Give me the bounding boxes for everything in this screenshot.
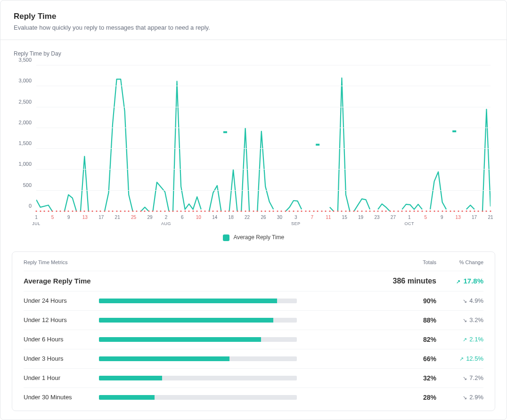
x-tick: 18 [229,214,234,220]
y-tick: 1,000 [18,161,32,167]
x-tick: 13 [82,214,88,220]
metric-total: 386 minutes [389,277,436,285]
x-tick: 22 [245,214,250,220]
x-tick: 23 [374,214,379,220]
x-tick: 30 [277,214,282,220]
x-tick: 15 [342,214,347,220]
y-tick: 2,000 [18,120,32,125]
metric-bar [99,299,389,303]
x-tick: 29 [147,214,152,220]
metric-change: ↘ 3.2% [436,316,483,323]
x-tick: 11 [326,214,331,220]
y-tick: 1,500 [18,140,32,146]
card-title: Reply Time [14,12,493,21]
x-tick: 1OCT [405,214,415,227]
x-tick: 9 [441,214,443,220]
metric-change: ↘ 4.9% [436,297,483,304]
chart-title: Reply Time by Day [14,50,493,57]
metric-label: Under 3 Hours [24,355,99,362]
x-tick: 19 [358,214,363,220]
metric-label: Under 24 Hours [24,297,99,304]
metric-row-hero: Average Reply Time 386 minutes ↗ 17.8% [24,271,483,291]
metric-row: Under 12 Hours88%↘ 3.2% [24,310,483,330]
metric-row: Under 30 Minutes28%↘ 2.9% [24,388,483,407]
y-tick: 3,000 [18,78,32,83]
x-tick: 27 [391,214,396,220]
x-tick: 6 [181,214,184,220]
metric-change: ↗ 17.8% [436,277,483,285]
metric-label: Under 1 Hour [24,374,99,381]
metric-label: Under 12 Hours [24,316,99,323]
metric-total: 28% [389,394,436,401]
metric-total: 32% [389,374,436,382]
x-tick: 14 [212,214,217,220]
chart-plot[interactable] [36,65,491,211]
col-metrics: Reply Time Metrics [24,259,99,265]
legend-label: Average Reply Time [233,234,284,241]
metric-row: Under 24 Hours90%↘ 4.9% [24,291,483,310]
col-totals: Totals [389,259,436,265]
x-tick: 2AUG [161,214,171,227]
metric-bar [99,356,389,361]
svg-rect-0 [223,131,227,133]
x-axis: 1JUL5913172125292AUG61014182226303SEP711… [36,212,491,230]
chart-legend: Average Reply Time [14,234,493,241]
metric-bar [99,337,389,342]
x-tick: 17 [98,214,104,220]
legend-swatch [223,234,229,241]
metric-change: ↘ 2.9% [436,394,483,401]
x-tick: 5 [425,214,427,220]
metric-bar [99,395,389,400]
chart-svg [36,65,491,211]
chart-section: Reply Time by Day 05001,0001,5002,0002,5… [0,40,507,247]
x-tick: 3SEP [291,214,301,227]
card-subtitle: Evaluate how quickly you reply to messag… [14,24,493,31]
reply-time-card: Reply Time Evaluate how quickly you repl… [0,0,507,420]
y-tick: 3,500 [18,57,32,63]
metric-change: ↘ 7.2% [436,374,483,381]
metric-total: 90% [389,297,436,305]
x-tick: 1JUL [32,214,41,227]
metric-total: 66% [389,355,436,363]
metric-total: 88% [389,316,436,324]
metric-label: Average Reply Time [24,277,99,285]
metric-label: Under 30 Minutes [24,394,99,401]
x-tick: 21 [115,214,120,220]
chart-container: 05001,0001,5002,0002,5003,0003,500 1JUL5… [14,65,493,230]
y-axis: 05001,0001,5002,0002,5003,0003,500 [14,65,34,211]
x-tick: 13 [456,214,461,220]
svg-rect-1 [316,144,319,145]
baseline-dots [36,210,491,211]
card-header: Reply Time Evaluate how quickly you repl… [0,0,507,40]
y-tick: 500 [23,182,32,188]
x-tick: 25 [131,214,136,220]
x-tick: 21 [488,214,493,220]
metrics-table: Reply Time Metrics Totals % Change Avera… [12,251,495,411]
x-tick: 9 [67,214,70,220]
svg-rect-2 [452,130,456,132]
metric-label: Under 6 Hours [24,336,99,343]
col-change: % Change [436,259,483,265]
y-tick: 2,500 [18,99,32,105]
metric-row: Under 6 Hours82%↗ 2.1% [24,330,483,349]
metric-bar [99,376,389,380]
x-tick: 10 [196,214,201,220]
metric-change: ↗ 2.1% [436,336,483,343]
metric-change: ↗ 12.5% [436,355,483,362]
metric-bar [99,318,389,323]
x-tick: 5 [51,214,54,220]
x-tick: 17 [472,214,477,220]
metric-total: 82% [389,336,436,343]
metric-row: Under 1 Hour32%↘ 7.2% [24,368,483,388]
metric-row: Under 3 Hours66%↗ 12.5% [24,349,483,368]
y-tick: 0 [29,203,32,209]
metrics-header: Reply Time Metrics Totals % Change [24,259,483,271]
x-tick: 26 [261,214,266,220]
x-tick: 7 [311,214,314,220]
